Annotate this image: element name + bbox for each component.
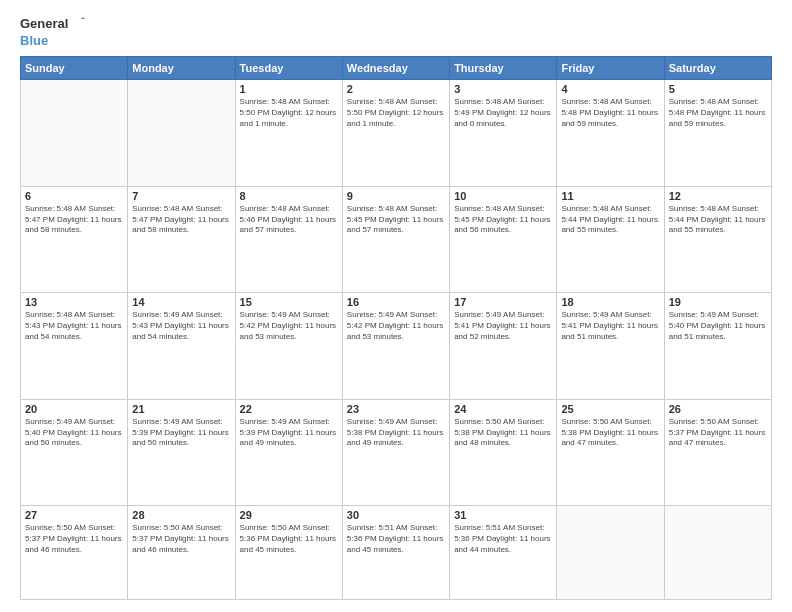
day-detail: Sunrise: 5:48 AM Sunset: 5:44 PM Dayligh… bbox=[669, 204, 767, 236]
calendar-cell: 28Sunrise: 5:50 AM Sunset: 5:37 PM Dayli… bbox=[128, 506, 235, 600]
day-detail: Sunrise: 5:48 AM Sunset: 5:48 PM Dayligh… bbox=[561, 97, 659, 129]
day-number: 6 bbox=[25, 190, 123, 202]
day-number: 5 bbox=[669, 83, 767, 95]
day-number: 25 bbox=[561, 403, 659, 415]
calendar-cell: 27Sunrise: 5:50 AM Sunset: 5:37 PM Dayli… bbox=[21, 506, 128, 600]
day-number: 26 bbox=[669, 403, 767, 415]
day-number: 11 bbox=[561, 190, 659, 202]
calendar-cell: 6Sunrise: 5:48 AM Sunset: 5:47 PM Daylig… bbox=[21, 186, 128, 293]
day-number: 2 bbox=[347, 83, 445, 95]
day-header-wednesday: Wednesday bbox=[342, 57, 449, 80]
calendar-cell: 11Sunrise: 5:48 AM Sunset: 5:44 PM Dayli… bbox=[557, 186, 664, 293]
day-number: 20 bbox=[25, 403, 123, 415]
day-header-monday: Monday bbox=[128, 57, 235, 80]
day-number: 1 bbox=[240, 83, 338, 95]
day-detail: Sunrise: 5:48 AM Sunset: 5:47 PM Dayligh… bbox=[132, 204, 230, 236]
calendar-cell: 5Sunrise: 5:48 AM Sunset: 5:48 PM Daylig… bbox=[664, 80, 771, 187]
calendar-cell: 21Sunrise: 5:49 AM Sunset: 5:39 PM Dayli… bbox=[128, 399, 235, 506]
calendar-week-5: 27Sunrise: 5:50 AM Sunset: 5:37 PM Dayli… bbox=[21, 506, 772, 600]
calendar-week-1: 1Sunrise: 5:48 AM Sunset: 5:50 PM Daylig… bbox=[21, 80, 772, 187]
svg-marker-0 bbox=[81, 17, 85, 19]
day-detail: Sunrise: 5:48 AM Sunset: 5:48 PM Dayligh… bbox=[669, 97, 767, 129]
day-detail: Sunrise: 5:48 AM Sunset: 5:44 PM Dayligh… bbox=[561, 204, 659, 236]
day-detail: Sunrise: 5:50 AM Sunset: 5:38 PM Dayligh… bbox=[454, 417, 552, 449]
day-detail: Sunrise: 5:48 AM Sunset: 5:50 PM Dayligh… bbox=[347, 97, 445, 129]
day-detail: Sunrise: 5:49 AM Sunset: 5:40 PM Dayligh… bbox=[669, 310, 767, 342]
day-header-saturday: Saturday bbox=[664, 57, 771, 80]
day-detail: Sunrise: 5:48 AM Sunset: 5:49 PM Dayligh… bbox=[454, 97, 552, 129]
day-number: 30 bbox=[347, 509, 445, 521]
page: General Blue SundayMondayTuesdayWednesda… bbox=[0, 0, 792, 612]
calendar-cell: 16Sunrise: 5:49 AM Sunset: 5:42 PM Dayli… bbox=[342, 293, 449, 400]
calendar-cell: 30Sunrise: 5:51 AM Sunset: 5:36 PM Dayli… bbox=[342, 506, 449, 600]
day-detail: Sunrise: 5:51 AM Sunset: 5:36 PM Dayligh… bbox=[454, 523, 552, 555]
day-number: 24 bbox=[454, 403, 552, 415]
calendar-cell bbox=[664, 506, 771, 600]
logo-text: General Blue bbox=[20, 16, 86, 48]
day-number: 19 bbox=[669, 296, 767, 308]
logo: General Blue bbox=[20, 16, 86, 48]
day-header-thursday: Thursday bbox=[450, 57, 557, 80]
calendar-cell: 23Sunrise: 5:49 AM Sunset: 5:38 PM Dayli… bbox=[342, 399, 449, 506]
calendar-week-4: 20Sunrise: 5:49 AM Sunset: 5:40 PM Dayli… bbox=[21, 399, 772, 506]
day-number: 12 bbox=[669, 190, 767, 202]
calendar-cell bbox=[557, 506, 664, 600]
day-number: 3 bbox=[454, 83, 552, 95]
calendar-cell bbox=[128, 80, 235, 187]
day-detail: Sunrise: 5:48 AM Sunset: 5:45 PM Dayligh… bbox=[347, 204, 445, 236]
day-detail: Sunrise: 5:50 AM Sunset: 5:37 PM Dayligh… bbox=[25, 523, 123, 555]
calendar-cell: 31Sunrise: 5:51 AM Sunset: 5:36 PM Dayli… bbox=[450, 506, 557, 600]
day-detail: Sunrise: 5:49 AM Sunset: 5:39 PM Dayligh… bbox=[132, 417, 230, 449]
day-detail: Sunrise: 5:48 AM Sunset: 5:50 PM Dayligh… bbox=[240, 97, 338, 129]
day-number: 31 bbox=[454, 509, 552, 521]
day-number: 22 bbox=[240, 403, 338, 415]
day-detail: Sunrise: 5:48 AM Sunset: 5:45 PM Dayligh… bbox=[454, 204, 552, 236]
day-number: 13 bbox=[25, 296, 123, 308]
day-detail: Sunrise: 5:50 AM Sunset: 5:36 PM Dayligh… bbox=[240, 523, 338, 555]
calendar-cell: 4Sunrise: 5:48 AM Sunset: 5:48 PM Daylig… bbox=[557, 80, 664, 187]
header: General Blue bbox=[20, 16, 772, 48]
day-header-sunday: Sunday bbox=[21, 57, 128, 80]
day-detail: Sunrise: 5:49 AM Sunset: 5:40 PM Dayligh… bbox=[25, 417, 123, 449]
day-detail: Sunrise: 5:48 AM Sunset: 5:46 PM Dayligh… bbox=[240, 204, 338, 236]
day-number: 28 bbox=[132, 509, 230, 521]
day-detail: Sunrise: 5:49 AM Sunset: 5:41 PM Dayligh… bbox=[454, 310, 552, 342]
day-detail: Sunrise: 5:48 AM Sunset: 5:43 PM Dayligh… bbox=[25, 310, 123, 342]
calendar-cell: 9Sunrise: 5:48 AM Sunset: 5:45 PM Daylig… bbox=[342, 186, 449, 293]
day-number: 17 bbox=[454, 296, 552, 308]
day-number: 18 bbox=[561, 296, 659, 308]
calendar-week-3: 13Sunrise: 5:48 AM Sunset: 5:43 PM Dayli… bbox=[21, 293, 772, 400]
calendar-cell: 29Sunrise: 5:50 AM Sunset: 5:36 PM Dayli… bbox=[235, 506, 342, 600]
day-detail: Sunrise: 5:49 AM Sunset: 5:41 PM Dayligh… bbox=[561, 310, 659, 342]
day-detail: Sunrise: 5:48 AM Sunset: 5:47 PM Dayligh… bbox=[25, 204, 123, 236]
day-detail: Sunrise: 5:51 AM Sunset: 5:36 PM Dayligh… bbox=[347, 523, 445, 555]
day-detail: Sunrise: 5:50 AM Sunset: 5:37 PM Dayligh… bbox=[669, 417, 767, 449]
day-detail: Sunrise: 5:49 AM Sunset: 5:39 PM Dayligh… bbox=[240, 417, 338, 449]
calendar-cell: 19Sunrise: 5:49 AM Sunset: 5:40 PM Dayli… bbox=[664, 293, 771, 400]
calendar-cell: 20Sunrise: 5:49 AM Sunset: 5:40 PM Dayli… bbox=[21, 399, 128, 506]
calendar-cell: 25Sunrise: 5:50 AM Sunset: 5:38 PM Dayli… bbox=[557, 399, 664, 506]
day-number: 9 bbox=[347, 190, 445, 202]
day-number: 21 bbox=[132, 403, 230, 415]
calendar-cell: 12Sunrise: 5:48 AM Sunset: 5:44 PM Dayli… bbox=[664, 186, 771, 293]
calendar-cell: 8Sunrise: 5:48 AM Sunset: 5:46 PM Daylig… bbox=[235, 186, 342, 293]
day-detail: Sunrise: 5:49 AM Sunset: 5:38 PM Dayligh… bbox=[347, 417, 445, 449]
day-number: 29 bbox=[240, 509, 338, 521]
day-number: 10 bbox=[454, 190, 552, 202]
calendar-table: SundayMondayTuesdayWednesdayThursdayFrid… bbox=[20, 56, 772, 600]
day-detail: Sunrise: 5:49 AM Sunset: 5:42 PM Dayligh… bbox=[240, 310, 338, 342]
day-number: 15 bbox=[240, 296, 338, 308]
day-detail: Sunrise: 5:49 AM Sunset: 5:43 PM Dayligh… bbox=[132, 310, 230, 342]
day-number: 27 bbox=[25, 509, 123, 521]
calendar-cell: 24Sunrise: 5:50 AM Sunset: 5:38 PM Dayli… bbox=[450, 399, 557, 506]
day-number: 7 bbox=[132, 190, 230, 202]
calendar-cell: 17Sunrise: 5:49 AM Sunset: 5:41 PM Dayli… bbox=[450, 293, 557, 400]
calendar-cell: 15Sunrise: 5:49 AM Sunset: 5:42 PM Dayli… bbox=[235, 293, 342, 400]
day-number: 16 bbox=[347, 296, 445, 308]
day-detail: Sunrise: 5:50 AM Sunset: 5:37 PM Dayligh… bbox=[132, 523, 230, 555]
calendar-week-2: 6Sunrise: 5:48 AM Sunset: 5:47 PM Daylig… bbox=[21, 186, 772, 293]
calendar-cell: 26Sunrise: 5:50 AM Sunset: 5:37 PM Dayli… bbox=[664, 399, 771, 506]
day-number: 23 bbox=[347, 403, 445, 415]
day-number: 8 bbox=[240, 190, 338, 202]
calendar-cell: 22Sunrise: 5:49 AM Sunset: 5:39 PM Dayli… bbox=[235, 399, 342, 506]
